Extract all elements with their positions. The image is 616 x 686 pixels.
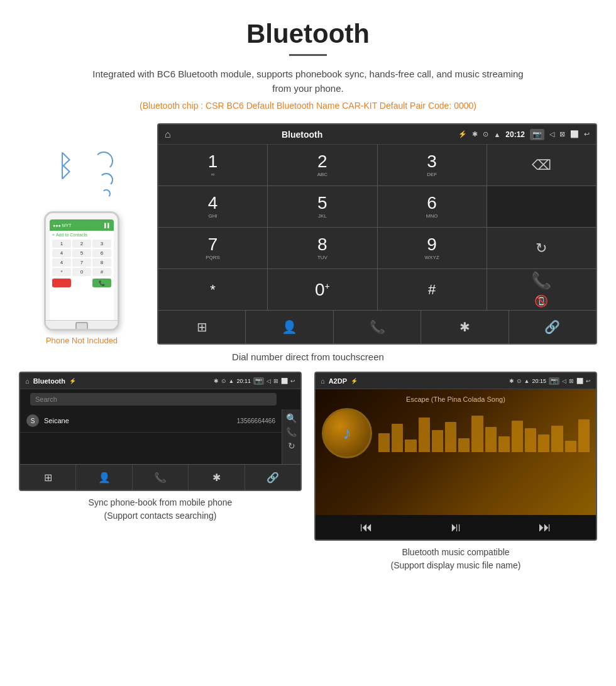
keypad-grid: 1 ∞ 2 ABC 3 DEF ⌫ 4 GHI 5 JKL <box>158 145 596 310</box>
pb-caption-line2: (Support contacts searching) <box>104 511 217 521</box>
fullscreen-icon[interactable]: ⬜ <box>570 130 579 138</box>
key-9[interactable]: 9 WXYZ <box>378 228 487 268</box>
toolbar-bluetooth-btn[interactable]: ✱ <box>421 311 509 343</box>
bottom-toolbar: ⊞ 👤 📞 ✱ 🔗 <box>158 310 596 343</box>
key-star[interactable]: * <box>158 269 267 310</box>
phone-key-0: 0 <box>72 268 91 276</box>
toolbar-grid-btn[interactable]: ⊞ <box>158 311 246 343</box>
phone-bottom-bar <box>46 320 118 331</box>
pb-contact-item[interactable]: S Seicane 13566664466 <box>20 409 282 433</box>
music-screenshot: ⌂ A2DP ⚡ ✱ ⊙ ▲ 20:15 📷 ◁ ⊠ ⬜ ↩ Escape (T… <box>314 372 597 572</box>
pb-full-icon: ⬜ <box>281 378 288 384</box>
screen-title: Bluetooth <box>176 130 429 140</box>
signal-wave-small <box>102 189 111 198</box>
key-7[interactable]: 7 PQRS <box>158 228 267 268</box>
music-caption-line1: Bluetooth music compatible <box>402 547 509 557</box>
camera-icon[interactable]: 📷 <box>530 129 544 140</box>
song-title: Escape (The Pina Colada Song) <box>322 396 590 403</box>
key-5[interactable]: 5 JKL <box>268 186 377 227</box>
back-icon[interactable]: ↩ <box>584 130 590 138</box>
vis-bar <box>458 438 470 452</box>
key-empty-1 <box>487 186 596 227</box>
vis-bar <box>378 433 390 452</box>
key-1[interactable]: 1 ∞ <box>158 145 267 185</box>
album-art: ♪ <box>322 408 372 458</box>
phone-add-contact: +Add to Contacts <box>52 233 111 237</box>
phone-key-6: 6 <box>92 249 111 257</box>
pb-search-icon[interactable]: 🔍 <box>286 413 297 423</box>
phone-key-7: 4 <box>52 258 71 267</box>
pb-tb-contact[interactable]: 👤 <box>76 465 132 490</box>
key-0[interactable]: 0+ <box>268 269 377 310</box>
vis-bar <box>512 421 523 452</box>
prev-btn[interactable]: ⏮ <box>360 520 373 534</box>
volume-icon[interactable]: ◁ <box>549 130 554 138</box>
music-home-icon[interactable]: ⌂ <box>321 377 325 385</box>
phone-keypad: 1 2 3 4 5 6 4 7 8 * 0 # <box>52 240 111 276</box>
vis-bar <box>392 424 403 452</box>
pb-side-icons: 🔍 📞 ↻ <box>282 409 300 464</box>
music-cam-icon: 📷 <box>549 377 559 385</box>
key-2[interactable]: 2 ABC <box>268 145 377 185</box>
music-full-icon: ⬜ <box>576 378 583 384</box>
next-btn[interactable]: ⏭ <box>539 520 551 534</box>
pb-refresh-icon[interactable]: ↻ <box>288 441 295 451</box>
key-8[interactable]: 8 TUV <box>268 228 377 268</box>
vis-bar <box>498 436 510 452</box>
pb-caption: Sync phone-book from mobile phone (Suppo… <box>89 496 233 523</box>
play-pause-btn[interactable]: ⏯ <box>449 520 462 534</box>
home-icon[interactable]: ⌂ <box>165 129 171 140</box>
vis-bar <box>485 427 497 452</box>
toolbar-contact-btn[interactable]: 👤 <box>246 311 333 343</box>
music-controls: ⏮ ⏯ ⏭ <box>316 515 596 539</box>
vis-bar <box>578 419 590 452</box>
music-win-icon: ⊠ <box>569 378 574 384</box>
pb-search-bar[interactable]: Search <box>30 393 277 406</box>
phone-key-star: * <box>52 268 71 276</box>
key-4[interactable]: 4 GHI <box>158 186 267 227</box>
vis-bar <box>565 441 576 452</box>
page-specs: (Bluetooth chip : CSR BC6 Default Blueto… <box>13 101 603 111</box>
toolbar-link-btn[interactable]: 🔗 <box>509 311 596 343</box>
phone-key-1: 1 <box>52 240 71 248</box>
pb-tb-phone[interactable]: 📞 <box>133 465 189 490</box>
music-usb-icon: ⚡ <box>351 378 358 384</box>
phone-key-9: 8 <box>92 258 111 267</box>
toolbar-phone-btn[interactable]: 📞 <box>334 311 421 343</box>
main-screen-caption: Dial number direct from touchscreen <box>0 351 616 362</box>
pb-search-wrapper: Search <box>25 393 282 406</box>
vis-bar <box>471 416 483 452</box>
pb-search-placeholder: Search <box>35 396 57 403</box>
location-icon: ⊙ <box>483 130 488 138</box>
phone-contacts: +Add to Contacts 1 2 3 4 5 6 4 7 8 * 0 <box>50 231 114 320</box>
key-3[interactable]: 3 DEF <box>378 145 487 185</box>
phone-screen: ●●● MYT ▌▌ +Add to Contacts 1 2 3 4 5 6 … <box>50 219 114 320</box>
music-content-area: ♪ <box>322 408 590 458</box>
pb-caption-line1: Sync phone-book from mobile phone <box>89 497 233 507</box>
vis-bar <box>405 440 416 452</box>
window-icon[interactable]: ⊠ <box>559 130 565 138</box>
phone-key-3: 3 <box>92 240 111 248</box>
key-refresh[interactable]: ↻ <box>487 228 596 268</box>
pb-vol-icon: ◁ <box>267 378 271 384</box>
pb-call-icon[interactable]: 📞 <box>286 427 297 437</box>
key-hash[interactable]: # <box>378 269 487 310</box>
pb-tb-grid[interactable]: ⊞ <box>20 465 76 490</box>
main-content: ᛒ ●●● MYT ▌▌ +Add to Contacts 1 2 3 4 <box>0 123 616 345</box>
page-title: Bluetooth <box>13 19 603 49</box>
phonebook-mini-screen: ⌂ Bluetooth ⚡ ✱ ⊙ ▲ 20:11 📷 ◁ ⊠ ⬜ ↩ <box>19 372 302 491</box>
phone-home-button <box>75 322 88 331</box>
music-title: A2DP <box>329 377 347 385</box>
phone-key-hash: # <box>92 268 111 276</box>
key-6[interactable]: 6 MNO <box>378 186 487 227</box>
title-underline <box>289 54 327 56</box>
pb-status-bar: ⌂ Bluetooth ⚡ ✱ ⊙ ▲ 20:11 📷 ◁ ⊠ ⬜ ↩ <box>20 373 300 389</box>
pb-home-icon[interactable]: ⌂ <box>25 377 30 385</box>
pb-tb-bt[interactable]: ✱ <box>189 465 245 490</box>
vis-bar <box>432 430 443 452</box>
pb-content: S Seicane 13566664466 🔍 📞 ↻ <box>20 409 300 464</box>
key-backspace[interactable]: ⌫ <box>487 145 596 185</box>
pb-status-icons: ✱ ⊙ ▲ 20:11 📷 ◁ ⊠ ⬜ ↩ <box>214 377 295 385</box>
signal-wave-large <box>94 152 113 170</box>
pb-tb-link[interactable]: 🔗 <box>245 465 300 490</box>
